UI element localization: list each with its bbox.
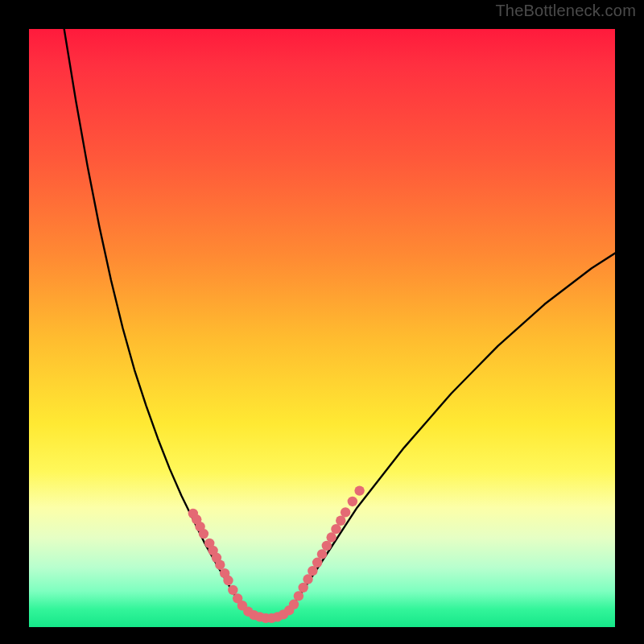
data-marker [308,566,317,576]
attribution-label: TheBottleneck.com [495,2,636,20]
data-marker [289,600,299,609]
chart-frame: TheBottleneck.com [0,0,644,644]
data-marker [331,524,341,534]
data-marker [228,585,237,595]
chart-svg [29,29,615,627]
data-marker [322,541,332,551]
data-marker [294,591,303,601]
data-marker [223,576,233,585]
data-marker [312,558,322,568]
data-marker [303,574,312,584]
data-marker [215,560,225,570]
data-marker [341,507,350,517]
curve-left-curve [64,29,252,615]
data-marker [299,583,308,592]
curve-right-curve [287,254,615,613]
data-marker [336,516,345,526]
data-marker [199,529,208,539]
data-marker [326,532,336,542]
plot-area [29,29,615,627]
marker-layer [188,485,365,623]
data-marker [354,485,364,495]
data-marker [317,549,327,559]
data-marker [348,497,357,506]
